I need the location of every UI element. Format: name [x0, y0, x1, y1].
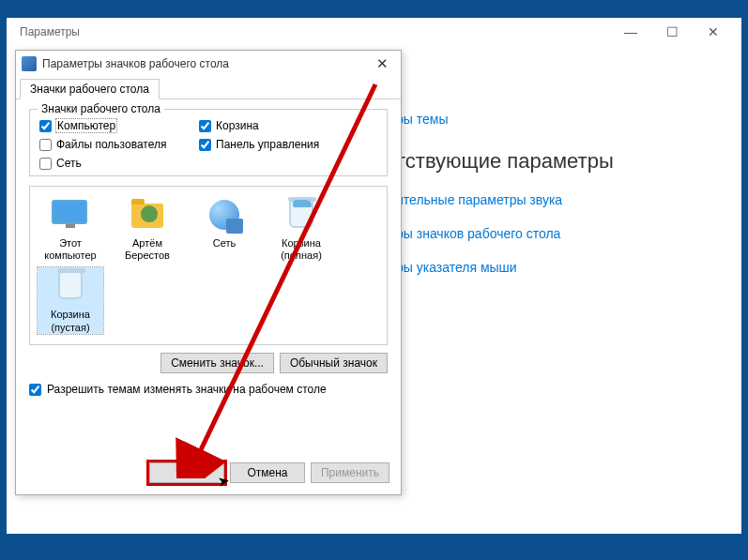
dialog-titlebar: Параметры значков рабочего стола ✕	[16, 51, 401, 77]
checkbox-recycle[interactable]: Корзина	[199, 119, 377, 132]
tab-desktop-icons[interactable]: Значки рабочего стола	[20, 79, 160, 99]
settings-title: Параметры	[14, 25, 610, 38]
icon-grid: Этот компьютер Артём Берестов Сеть Корзи…	[38, 196, 379, 334]
minimize-button[interactable]: —	[610, 19, 651, 45]
checkbox-grid: Компьютер Корзина Файлы пользователя Пан…	[39, 119, 377, 170]
icon-user-folder[interactable]: Артём Берестов	[114, 196, 180, 262]
apply-button[interactable]: Применить	[311, 462, 389, 483]
recycle-full-icon	[289, 200, 313, 228]
settings-titlebar: Параметры — ☐ ✕	[7, 18, 741, 46]
checkbox-controlpanel[interactable]: Панель управления	[199, 138, 377, 151]
icons-groupbox: Значки рабочего стола Компьютер Корзина …	[29, 109, 388, 176]
dialog-content: Значки рабочего стола Компьютер Корзина …	[16, 99, 401, 405]
desktop-icons-dialog: Параметры значков рабочего стола ✕ Значк…	[15, 50, 402, 495]
close-button[interactable]: ✕	[693, 19, 734, 45]
icon-recycle-empty[interactable]: Корзина (пустая)	[38, 267, 103, 333]
tab-strip: Значки рабочего стола	[16, 79, 401, 99]
groupbox-title: Значки рабочего стола	[38, 102, 164, 115]
icon-this-pc[interactable]: Этот компьютер	[38, 196, 103, 262]
checkbox-userfiles-input[interactable]	[39, 139, 52, 151]
monitor-icon	[52, 200, 87, 224]
related-link-sound[interactable]: ительные параметры звука	[396, 192, 741, 207]
user-folder-icon	[131, 204, 163, 228]
checkbox-controlpanel-input[interactable]	[199, 139, 211, 151]
dialog-bottom-buttons: ОК Отмена Применить	[149, 462, 389, 483]
icon-buttons-row: Сменить значок... Обычный значок	[29, 353, 388, 373]
recycle-empty-icon	[58, 271, 83, 299]
allow-themes-checkbox[interactable]: Разрешить темам изменять значки на рабоч…	[29, 383, 388, 396]
ok-button[interactable]: ОК	[149, 462, 224, 483]
checkbox-network-input[interactable]	[39, 158, 52, 170]
checkbox-computer-input[interactable]	[39, 120, 52, 132]
theme-link[interactable]: ры темы	[396, 112, 741, 127]
checkbox-computer[interactable]: Компьютер	[39, 119, 190, 132]
network-icon	[209, 200, 239, 230]
icon-network[interactable]: Сеть	[191, 196, 257, 262]
dialog-close-button[interactable]: ✕	[369, 55, 395, 72]
related-link-cursor[interactable]: ры указателя мыши	[396, 260, 741, 275]
change-icon-button[interactable]: Сменить значок...	[160, 353, 274, 373]
checkbox-recycle-input[interactable]	[199, 120, 211, 132]
checkbox-network[interactable]: Сеть	[39, 157, 190, 170]
related-link-desktop-icons[interactable]: ры значков рабочего стола	[396, 226, 741, 241]
related-heading: тствующие параметры	[396, 149, 741, 174]
icon-preview-box: Этот компьютер Артём Берестов Сеть Корзи…	[29, 186, 388, 345]
window-controls: — ☐ ✕	[610, 19, 734, 45]
icon-recycle-full[interactable]: Корзина (полная)	[268, 196, 334, 262]
checkbox-userfiles[interactable]: Файлы пользователя	[39, 138, 190, 151]
default-icon-button[interactable]: Обычный значок	[280, 353, 388, 373]
cancel-button[interactable]: Отмена	[230, 462, 305, 483]
dialog-icon	[22, 56, 37, 71]
dialog-title: Параметры значков рабочего стола	[42, 57, 369, 70]
allow-themes-input[interactable]	[29, 384, 41, 396]
maximize-button[interactable]: ☐	[651, 19, 693, 45]
